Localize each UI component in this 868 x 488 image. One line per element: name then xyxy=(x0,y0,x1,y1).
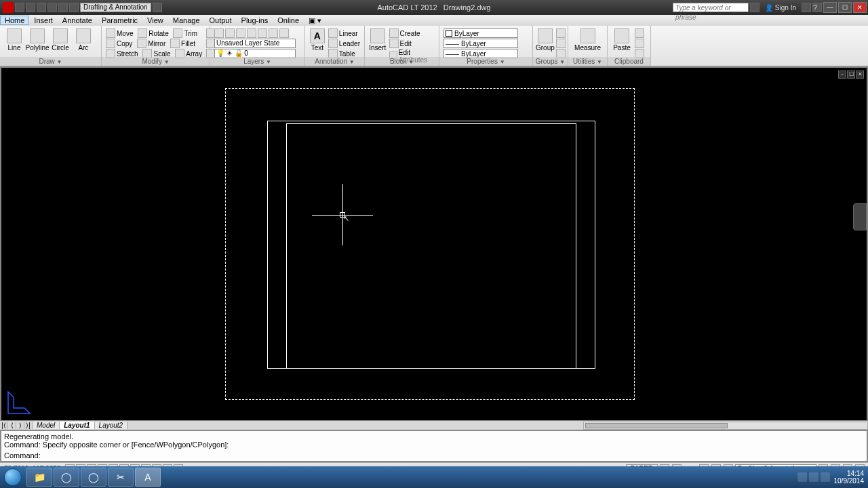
prop-color-dropdown[interactable]: ByLayer xyxy=(443,28,518,38)
trim-icon[interactable] xyxy=(173,28,182,38)
qat-print-icon[interactable] xyxy=(69,3,79,12)
app-logo[interactable] xyxy=(3,2,14,13)
tool-move[interactable]: Move xyxy=(117,30,133,37)
navigation-bar[interactable] xyxy=(853,203,867,230)
edit-icon[interactable] xyxy=(389,39,399,48)
tab-home[interactable]: Home xyxy=(0,16,29,25)
layer-btn-4[interactable] xyxy=(247,28,256,38)
tab-plugins[interactable]: Plug-ins xyxy=(237,16,273,24)
close-button[interactable]: ✕ xyxy=(853,2,867,13)
tray-flag-icon[interactable] xyxy=(797,472,807,482)
tool-mirror[interactable]: Mirror xyxy=(148,40,165,47)
panel-block-label[interactable]: Block xyxy=(390,58,406,65)
prop-lineweight-dropdown[interactable]: —— ByLayer xyxy=(443,39,518,48)
layer-btn-2[interactable] xyxy=(225,28,235,38)
layout-nav-last[interactable]: ⟩| xyxy=(24,422,33,429)
mirror-icon[interactable] xyxy=(137,39,146,48)
layer-btn-6[interactable] xyxy=(269,28,278,38)
tool-fillet[interactable]: Fillet xyxy=(181,40,195,47)
exchange-icon[interactable] xyxy=(802,3,811,12)
leader-icon[interactable] xyxy=(328,39,338,48)
tool-linear[interactable]: Linear xyxy=(339,30,358,37)
qat-open-icon[interactable] xyxy=(26,3,35,12)
layer-btn-7[interactable] xyxy=(279,28,289,38)
qat-new-icon[interactable] xyxy=(15,3,24,12)
tool-copy[interactable]: Copy xyxy=(117,40,132,47)
panel-utilities-label[interactable]: Utilities xyxy=(573,58,595,65)
clipboard-icon-1[interactable] xyxy=(635,28,644,38)
tab-layout1[interactable]: Layout1 xyxy=(60,422,94,429)
panel-properties-label[interactable]: Properties xyxy=(467,58,498,65)
taskbar-snipping[interactable]: ✂ xyxy=(108,468,134,487)
tab-layout2[interactable]: Layout2 xyxy=(95,422,128,429)
start-button[interactable] xyxy=(0,466,26,488)
drawing-canvas[interactable]: − ☐ ✕ ↖ xyxy=(0,66,868,422)
layout-nav-next[interactable]: ⟩ xyxy=(16,422,24,429)
tab-annotate[interactable]: Annotate xyxy=(58,16,97,24)
maximize-button[interactable]: ☐ xyxy=(838,2,852,13)
taskbar-explorer[interactable]: 📁 xyxy=(26,468,52,487)
tool-leader[interactable]: Leader xyxy=(339,40,360,47)
group-icon-1[interactable] xyxy=(556,28,566,38)
group-icon-2[interactable] xyxy=(556,39,566,48)
workspace-dropdown[interactable]: Drafting & Annotation xyxy=(80,3,151,12)
tool-edit[interactable]: Edit xyxy=(400,40,412,47)
layer-state-dropdown[interactable]: Unsaved Layer State xyxy=(214,39,296,48)
tab-model[interactable]: Model xyxy=(33,422,60,429)
viewport-minimize-icon[interactable]: − xyxy=(838,70,846,79)
tab-insert[interactable]: Insert xyxy=(29,16,58,24)
tab-express[interactable]: ▣ ▾ xyxy=(304,16,326,25)
tool-table[interactable]: Table xyxy=(339,50,355,58)
help-icon[interactable]: ? xyxy=(812,3,822,12)
search-icon[interactable] xyxy=(750,3,760,12)
tool-rotate[interactable]: Rotate xyxy=(149,30,168,37)
command-window[interactable]: Regenerating model. Command: Specify opp… xyxy=(0,430,868,462)
rotate-icon[interactable] xyxy=(138,28,147,38)
layer-btn-5[interactable] xyxy=(258,28,267,38)
minimize-button[interactable]: — xyxy=(823,2,837,13)
taskbar-autocad[interactable]: A xyxy=(135,468,161,487)
sign-in-link[interactable]: 👤 Sign In xyxy=(761,4,800,12)
viewport-close-icon[interactable]: ✕ xyxy=(856,70,864,79)
taskbar-chrome-2[interactable]: ◯ xyxy=(81,468,106,487)
copy-icon[interactable] xyxy=(106,39,115,48)
fillet-icon[interactable] xyxy=(170,39,180,48)
layer-btn-3[interactable] xyxy=(236,28,245,38)
qat-undo-icon[interactable] xyxy=(47,3,57,12)
tray-volume-icon[interactable] xyxy=(821,472,830,482)
panel-annotation-label[interactable]: Annotation xyxy=(315,58,347,65)
tool-create[interactable]: Create xyxy=(400,30,420,37)
tray-network-icon[interactable] xyxy=(809,472,818,482)
panel-groups-label[interactable]: Groups xyxy=(536,58,558,65)
viewport-maximize-icon[interactable]: ☐ xyxy=(847,70,855,79)
qat-redo-icon[interactable] xyxy=(58,3,68,12)
tool-stretch[interactable]: Stretch xyxy=(117,50,138,58)
tab-manage[interactable]: Manage xyxy=(168,16,205,24)
move-icon[interactable] xyxy=(106,28,115,38)
tab-view[interactable]: View xyxy=(142,16,168,24)
taskbar-chrome-1[interactable]: ◯ xyxy=(54,468,79,487)
system-tray[interactable]: 14:14 10/9/2014 xyxy=(797,470,869,485)
tab-parametric[interactable]: Parametric xyxy=(97,16,142,24)
linear-icon[interactable] xyxy=(328,28,338,38)
panel-layers-label[interactable]: Layers xyxy=(243,58,264,65)
tab-output[interactable]: Output xyxy=(205,16,237,24)
panel-block: Insert Create Edit Edit Attributes Block… xyxy=(365,26,439,66)
keyword-search[interactable]: Type a keyword or phrase xyxy=(673,3,749,12)
tab-online[interactable]: Online xyxy=(273,16,304,24)
panel-draw-label[interactable]: Draw xyxy=(39,58,54,65)
tool-scale[interactable]: Scale xyxy=(153,50,170,58)
qat-more-icon[interactable] xyxy=(153,3,162,12)
create-icon[interactable] xyxy=(389,28,399,38)
layout-nav-prev[interactable]: ⟨ xyxy=(8,422,16,429)
qat-save-icon[interactable] xyxy=(37,3,46,12)
tool-trim[interactable]: Trim xyxy=(184,30,197,37)
panel-modify-label[interactable]: Modify xyxy=(142,58,161,65)
layout-nav-first[interactable]: |⟨ xyxy=(0,422,8,429)
clipboard-icon-2[interactable] xyxy=(635,39,644,48)
layout-scrollbar[interactable] xyxy=(583,422,868,430)
command-input[interactable]: Command: xyxy=(4,451,864,460)
taskbar-clock[interactable]: 14:14 10/9/2014 xyxy=(834,470,865,485)
tool-array[interactable]: Array xyxy=(186,50,202,58)
layer-btn-1[interactable] xyxy=(214,28,224,38)
